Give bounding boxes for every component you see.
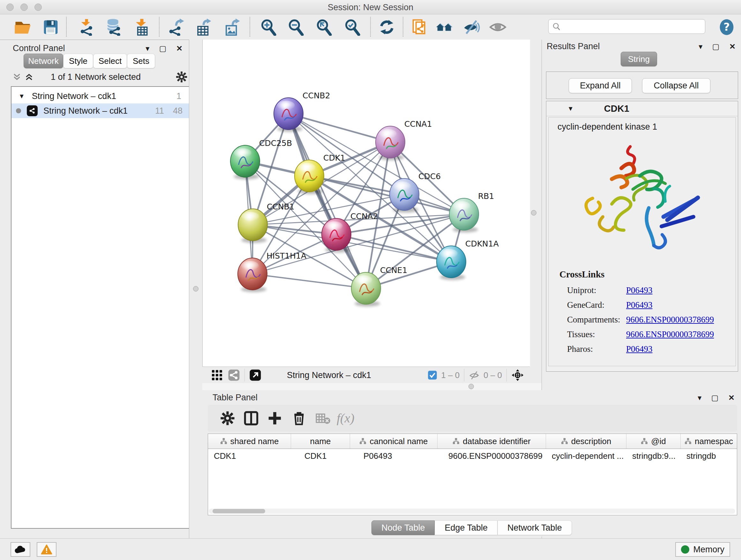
horizontal-scrollbar[interactable] — [209, 509, 735, 514]
horizontal-splitter-handle[interactable] — [468, 384, 474, 389]
network-view-icon[interactable] — [228, 369, 240, 381]
left-splitter[interactable] — [189, 40, 203, 538]
column-type-icon — [561, 438, 568, 445]
column-header-description[interactable]: description — [546, 434, 626, 449]
tree-expander-icon[interactable]: ▼ — [18, 92, 25, 100]
column-header-shared-name[interactable]: shared name — [208, 434, 291, 449]
memory-label: Memory — [693, 545, 724, 555]
crosslink-tissues[interactable]: 9606.ENSP00000378699 — [626, 329, 714, 339]
table-panel: Table Panel ▾ ▢ ✕ f(x) shared name name … — [202, 390, 741, 537]
network-canvas[interactable]: CCNB2CCNA1CDC25BCDK1CDC6RB1CCNB1CCNA2CDK… — [202, 40, 530, 367]
home-icon[interactable] — [435, 18, 453, 36]
column-header-canonical-name[interactable]: canonical name — [350, 434, 437, 449]
panel-close-icon[interactable]: ✕ — [176, 44, 183, 53]
zoom-selected-icon[interactable] — [344, 18, 361, 36]
crosslink-row: Tissues:9606.ENSP00000378699 — [567, 327, 736, 341]
save-session-icon[interactable] — [42, 18, 59, 36]
search-input[interactable] — [548, 19, 705, 34]
network-view-title: String Network – cdk1 — [287, 370, 371, 380]
table-settings-gear-icon[interactable] — [220, 411, 235, 426]
panel-close-icon[interactable]: ✕ — [728, 393, 735, 402]
panel-menu-icon[interactable]: ▾ — [697, 393, 701, 402]
expand-all-icon[interactable] — [24, 72, 34, 82]
warnings-button[interactable] — [37, 542, 57, 557]
column-header-id[interactable]: @id — [626, 434, 681, 449]
pan-crosshair-icon[interactable] — [511, 369, 524, 381]
node-gloss — [379, 129, 397, 138]
panel-float-icon[interactable]: ▢ — [711, 393, 719, 402]
zoom-in-icon[interactable] — [260, 18, 277, 36]
cloud-status-button[interactable] — [10, 542, 30, 557]
crosslink-label: Tissues: — [567, 327, 626, 341]
selected-checkbox-icon[interactable] — [428, 370, 437, 380]
delete-table-icon — [316, 411, 331, 426]
memory-button[interactable]: Memory — [675, 542, 730, 557]
delete-column-trash-icon[interactable] — [291, 411, 307, 426]
tab-select[interactable]: Select — [93, 54, 127, 68]
table-tabs: Node Table Edge Table Network Table — [202, 520, 741, 535]
node-label-CDC6: CDC6 — [418, 172, 441, 181]
tab-network-table[interactable]: Network Table — [497, 520, 572, 535]
tab-node-table[interactable]: Node Table — [372, 520, 434, 535]
entry-expander-icon[interactable]: ▼ — [567, 105, 574, 112]
open-file-icon[interactable] — [14, 18, 31, 36]
table-row[interactable]: CDK1 CDK1 P06493 9606.ENSP00000378699 cy… — [208, 449, 737, 463]
crosslink-uniprot[interactable]: P06493 — [626, 286, 653, 295]
zoom-out-icon[interactable] — [287, 18, 305, 36]
crosslink-genecard[interactable]: P06493 — [626, 300, 653, 310]
tab-edge-table[interactable]: Edge Table — [434, 520, 497, 535]
open-in-new-window-icon[interactable] — [249, 369, 261, 381]
panel-close-icon[interactable]: ✕ — [729, 42, 736, 51]
network-graph[interactable]: CCNB2CCNA1CDC25BCDK1CDC6RB1CCNB1CCNA2CDK… — [203, 40, 530, 367]
expand-all-button[interactable]: Expand All — [569, 78, 632, 93]
collapse-all-icon[interactable] — [12, 72, 22, 82]
help-icon[interactable]: ? — [718, 18, 735, 36]
node-gloss — [233, 148, 252, 158]
hide-selected-icon[interactable] — [463, 18, 480, 36]
result-entry-header[interactable]: ▼ CDK1 — [546, 101, 738, 116]
add-column-icon[interactable] — [267, 411, 282, 426]
column-type-icon — [684, 438, 691, 445]
import-network-from-file-icon[interactable] — [78, 18, 95, 36]
export-network-icon[interactable] — [167, 18, 185, 36]
column-header-namespace[interactable]: namespac — [681, 434, 737, 449]
export-image-icon[interactable] — [223, 18, 241, 36]
crosslink-row: Pharos:P06493 — [567, 341, 736, 356]
crosslinks-title: CrossLinks — [559, 269, 736, 280]
crosslink-pharos[interactable]: P06493 — [626, 344, 653, 354]
scrollbar-thumb[interactable] — [212, 509, 265, 513]
cell-database-identifier: 9606.ENSP00000378699 — [437, 451, 546, 461]
tab-style[interactable]: Style — [63, 54, 93, 68]
export-table-icon[interactable] — [195, 18, 212, 36]
import-table-from-file-icon[interactable] — [133, 18, 151, 36]
tab-network[interactable]: Network — [23, 54, 63, 68]
right-splitter-handle[interactable] — [531, 210, 536, 215]
panel-menu-icon[interactable]: ▾ — [698, 42, 702, 51]
tab-string[interactable]: String — [621, 52, 657, 66]
toolbar-separator — [403, 17, 403, 37]
annotation-icon[interactable] — [411, 18, 428, 36]
node-label-CCNE1: CCNE1 — [380, 266, 407, 275]
collection-count: 1 — [177, 91, 181, 101]
crosslink-compartments[interactable]: 9606.ENSP00000378699 — [626, 315, 714, 324]
refresh-icon[interactable] — [378, 18, 395, 36]
collapse-all-button[interactable]: Collapse All — [642, 78, 711, 93]
zoom-fit-icon[interactable] — [315, 18, 333, 36]
network-row-label: String Network – cdk1 — [44, 106, 128, 116]
network-row-selected[interactable]: String Network – cdk1 11 48 — [11, 104, 190, 118]
search-field[interactable] — [561, 22, 696, 32]
column-header-name[interactable]: name — [291, 434, 350, 449]
panel-float-icon[interactable]: ▢ — [159, 44, 166, 53]
network-collection-row[interactable]: ▼ String Network – cdk1 1 — [11, 89, 190, 104]
panel-menu-icon[interactable]: ▾ — [145, 44, 149, 53]
gear-icon[interactable] — [176, 71, 188, 83]
grid-view-icon[interactable] — [211, 369, 223, 381]
select-columns-icon[interactable] — [244, 411, 259, 426]
import-network-from-database-icon[interactable] — [105, 18, 122, 36]
window-title: Session: New Session — [0, 3, 741, 12]
column-type-icon — [359, 438, 366, 445]
panel-float-icon[interactable]: ▢ — [712, 42, 720, 51]
column-header-database-identifier[interactable]: database identifier — [437, 434, 546, 449]
tab-sets[interactable]: Sets — [127, 54, 155, 68]
left-splitter-handle[interactable] — [193, 286, 199, 292]
